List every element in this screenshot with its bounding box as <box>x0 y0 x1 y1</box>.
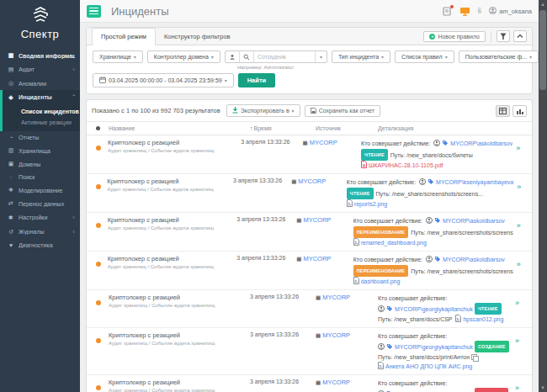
employee-search-icon[interactable] <box>240 51 254 62</box>
user-link[interactable]: MYCORP\georgiykapitanchuk <box>395 306 473 312</box>
path-text: Путь: /new_share/docs/print/Антон <box>378 354 470 360</box>
expand-row-chevron[interactable]: » <box>517 183 521 191</box>
table-row[interactable]: Криптолокер с реакциейАудит хранилищ / С… <box>87 375 532 392</box>
copy-path-icon[interactable] <box>471 354 477 360</box>
incident-name: Криптолокер с реакцией <box>109 331 245 339</box>
sidebar-item-поиск[interactable]: ◌Поиск <box>0 171 80 183</box>
actor-label: Кто совершает действие: <box>378 333 447 339</box>
tab-simple-mode[interactable]: Простой режим <box>92 28 156 45</box>
col-status[interactable] <box>87 125 109 131</box>
scroll-up-arrow[interactable]: ▲ <box>539 0 547 8</box>
collapse-panel-button[interactable] <box>513 30 527 42</box>
domain-icon: ▦ <box>316 379 321 385</box>
sidebar-item-журналы[interactable]: ↺Журналы‹ <box>0 225 80 239</box>
file-link[interactable]: dashboard.png <box>361 278 401 284</box>
col-source[interactable]: Источник <box>316 125 378 131</box>
vertical-scrollbar[interactable]: ▲ ▼ <box>539 0 547 392</box>
sidebar-subitem-активные-реакции[interactable]: Активные реакции <box>3 117 80 128</box>
new-rule-button[interactable]: + Новое правило <box>423 31 486 42</box>
table-row[interactable]: Криптолокер с реакциейАудит хранилищ / С… <box>87 135 532 174</box>
user-link[interactable]: MYCORP\kseniyayambayeva <box>436 179 513 185</box>
sidebar-nav: ▦Сводная информация▤Аудит‹◎Аномалии◈Инци… <box>0 49 80 252</box>
sidebar-item-домены[interactable]: ▣Домены <box>0 157 80 171</box>
save-report-button[interactable]: Сохранить как отчет <box>305 105 380 117</box>
notification-dot <box>450 5 454 8</box>
sidebar-item-моделирование[interactable]: ❖Моделирование <box>0 183 80 197</box>
source-link[interactable]: MYCORP <box>322 294 350 301</box>
source-link[interactable]: MYCORP <box>303 216 331 224</box>
user-menu[interactable]: am_oksana <box>489 7 532 16</box>
domain-icon: ▦ <box>291 178 296 184</box>
expand-row-chevron[interactable]: » <box>515 299 519 307</box>
view-chart-button[interactable] <box>512 105 527 117</box>
chevron-down-icon: ▾ <box>292 108 295 114</box>
export-button[interactable]: Экспортировать в▾ <box>226 104 300 117</box>
hamburger-menu-button[interactable] <box>87 5 101 18</box>
search-icon: ◌ <box>7 174 15 180</box>
sidebar-item-инциденты[interactable]: ◈Инцидентыˇ <box>3 90 80 104</box>
sidebar-item-настройки[interactable]: ✱Настройки‹ <box>0 210 80 225</box>
user-filters-dropdown[interactable]: Пользовательские ф...▾ <box>459 50 539 63</box>
file-link[interactable]: hpscan012.png <box>463 316 503 322</box>
employee-person-icon[interactable] <box>226 51 240 62</box>
file-link[interactable]: reports2.png <box>354 201 387 207</box>
incident-type-filter-dropdown[interactable]: Тип инцидента▾ <box>332 50 390 63</box>
source-link[interactable]: MYCORP <box>322 331 350 339</box>
user-link[interactable]: MYCORP\askoldbarsov <box>443 218 505 224</box>
sidebar-item-диагностика[interactable]: ♥Диагностика <box>0 239 80 252</box>
sidebar-item-хранилища[interactable]: ▥Хранилища <box>0 144 80 157</box>
view-table-button[interactable] <box>496 105 510 117</box>
source-link[interactable]: MYCORP <box>310 139 337 146</box>
sidebar-item-аномалии[interactable]: ◎Аномалии <box>0 77 80 90</box>
expand-row-chevron[interactable]: » <box>517 260 521 268</box>
user-link[interactable]: MYCORP\askoldbarsov <box>450 140 512 146</box>
table-row[interactable]: Криптолокер с реакциейАудит хранилищ / С… <box>87 213 532 252</box>
expand-row-chevron[interactable]: » <box>516 144 520 152</box>
user-link[interactable]: MYCORP\askoldbarsov <box>443 257 505 262</box>
rules-list-filter-dropdown[interactable]: Список правил▾ <box>395 50 454 63</box>
col-time[interactable]: ↑Время <box>250 125 316 131</box>
table-row[interactable]: Криптолокер с реакциейАудит хранилищ / С… <box>87 328 532 375</box>
sidebar-item-label: Домены <box>19 162 75 167</box>
expand-row-chevron[interactable]: » <box>515 336 519 345</box>
user-link[interactable]: MYCORP\georgiykapitanchuk <box>395 344 473 350</box>
scrollbar-thumb[interactable] <box>539 10 546 90</box>
incident-status-dot <box>96 223 101 228</box>
tab-filter-constructor[interactable]: Конструктор фильтров <box>156 29 239 45</box>
image-file-icon <box>378 362 384 372</box>
sidebar-item-перенос-данных[interactable]: ⇄Перенос данных <box>0 197 80 210</box>
action-badge: переименование <box>353 226 408 238</box>
mode-tabs: Простой режим Конструктор фильтров + Нов… <box>87 28 532 45</box>
storage-filter-dropdown[interactable]: Хранилище▾ <box>93 50 143 63</box>
filter-funnel-button[interactable] <box>497 30 510 42</box>
domain-controller-filter-dropdown[interactable]: Контроллер домена▾ <box>147 50 220 63</box>
table-row[interactable]: Криптолокер с реакциейАудит хранилищ / С… <box>87 252 532 290</box>
help-icon[interactable]: ? <box>478 7 481 15</box>
source-link[interactable]: MYCORP <box>298 177 326 185</box>
date-range-picker[interactable]: 03.04.2025 00:00:00 - 03.04.2025 23:59:5… <box>93 73 234 87</box>
sidebar-item-сводная-информация[interactable]: ▦Сводная информация <box>0 49 80 62</box>
file-link[interactable]: Анкета АНО ДПО ЦПК АИС.png <box>385 363 472 369</box>
sidebar-item-аудит[interactable]: ▤Аудит‹ <box>0 62 80 77</box>
col-name[interactable]: Название <box>109 125 250 131</box>
alerts-monitor-icon[interactable]: 561 <box>459 6 470 16</box>
chevron-left-icon: ‹ <box>72 228 75 236</box>
search-submit-button[interactable]: Найти <box>238 73 275 87</box>
employee-search-input[interactable] <box>254 51 315 62</box>
table-row[interactable]: Криптолокер с реакциейАудит хранилищ / С… <box>87 290 532 328</box>
file-link[interactable]: ШКАРИНАС-28.10-1105.pdf <box>369 162 443 168</box>
expand-row-chevron[interactable]: » <box>515 384 519 392</box>
expand-row-chevron[interactable]: » <box>517 221 521 230</box>
col-detail[interactable]: Детализация <box>378 125 515 131</box>
table-row[interactable]: Криптолокер с реакциейАудит хранилищ / С… <box>87 174 532 213</box>
file-link[interactable]: renamed_dashboard.png <box>361 240 427 246</box>
reports-notifications-icon[interactable] <box>443 7 452 16</box>
sidebar-item-отчеты[interactable]: ◔Отчеты <box>0 131 80 144</box>
sidebar-subitem-список-инцидентов[interactable]: Список инцидентов <box>3 106 80 117</box>
employee-dropdown-caret[interactable]: ▾ <box>315 51 327 62</box>
domain-icon: ▦ <box>296 256 301 262</box>
source-link[interactable]: MYCORP <box>322 379 350 386</box>
incident-status-dot <box>96 300 101 305</box>
source-link[interactable]: MYCORP <box>303 255 331 262</box>
scroll-down-arrow[interactable]: ▼ <box>539 384 547 392</box>
